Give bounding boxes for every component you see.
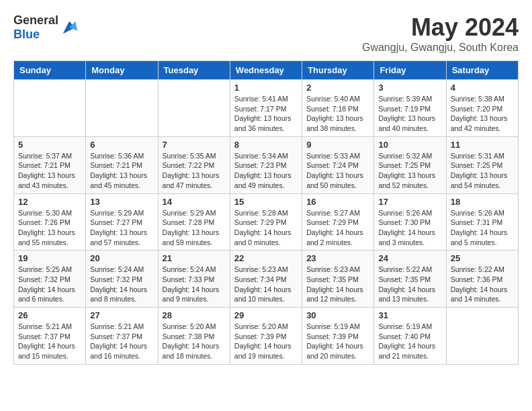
calendar-cell: 18Sunrise: 5:26 AM Sunset: 7:31 PM Dayli…	[446, 193, 518, 250]
day-number: 13	[90, 197, 153, 207]
day-number: 28	[163, 310, 226, 320]
day-info: Sunrise: 5:39 AM Sunset: 7:19 PM Dayligh…	[378, 94, 441, 134]
day-number: 26	[18, 310, 81, 320]
day-info: Sunrise: 5:41 AM Sunset: 7:17 PM Dayligh…	[234, 94, 298, 134]
header-day-monday: Monday	[86, 61, 158, 80]
day-number: 31	[378, 310, 441, 320]
calendar-cell: 13Sunrise: 5:29 AM Sunset: 7:27 PM Dayli…	[86, 193, 158, 250]
day-number: 30	[306, 310, 369, 320]
header-day-sunday: Sunday	[14, 61, 86, 80]
day-number: 10	[378, 140, 441, 150]
calendar-cell: 29Sunrise: 5:20 AM Sunset: 7:39 PM Dayli…	[230, 308, 302, 365]
header-day-tuesday: Tuesday	[158, 61, 230, 80]
calendar-cell: 12Sunrise: 5:30 AM Sunset: 7:26 PM Dayli…	[14, 193, 86, 250]
calendar-cell: 19Sunrise: 5:25 AM Sunset: 7:32 PM Dayli…	[14, 250, 86, 308]
day-number: 11	[451, 140, 514, 150]
day-info: Sunrise: 5:30 AM Sunset: 7:26 PM Dayligh…	[18, 208, 81, 248]
logo-text-blue: Blue	[13, 28, 40, 41]
calendar-cell: 3Sunrise: 5:39 AM Sunset: 7:19 PM Daylig…	[374, 80, 446, 137]
day-info: Sunrise: 5:32 AM Sunset: 7:25 PM Dayligh…	[378, 151, 441, 191]
calendar-cell: 5Sunrise: 5:37 AM Sunset: 7:21 PM Daylig…	[14, 136, 86, 193]
calendar: SundayMondayTuesdayWednesdayThursdayFrid…	[13, 60, 519, 365]
day-info: Sunrise: 5:34 AM Sunset: 7:23 PM Dayligh…	[234, 151, 298, 191]
day-number: 12	[18, 197, 81, 207]
day-info: Sunrise: 5:23 AM Sunset: 7:34 PM Dayligh…	[234, 265, 298, 304]
calendar-cell	[446, 308, 518, 365]
day-info: Sunrise: 5:38 AM Sunset: 7:20 PM Dayligh…	[451, 94, 514, 134]
day-number: 29	[234, 310, 298, 320]
day-number: 14	[163, 197, 226, 207]
day-info: Sunrise: 5:24 AM Sunset: 7:32 PM Dayligh…	[90, 265, 153, 304]
day-info: Sunrise: 5:19 AM Sunset: 7:39 PM Dayligh…	[306, 322, 369, 361]
day-number: 25	[451, 253, 514, 263]
logo-icon	[60, 18, 79, 37]
day-number: 6	[90, 140, 153, 150]
day-info: Sunrise: 5:21 AM Sunset: 7:37 PM Dayligh…	[90, 322, 153, 361]
day-number: 18	[451, 197, 514, 207]
calendar-cell: 20Sunrise: 5:24 AM Sunset: 7:32 PM Dayli…	[86, 250, 158, 308]
calendar-cell: 28Sunrise: 5:20 AM Sunset: 7:38 PM Dayli…	[158, 308, 230, 365]
day-info: Sunrise: 5:20 AM Sunset: 7:38 PM Dayligh…	[163, 322, 226, 361]
day-info: Sunrise: 5:23 AM Sunset: 7:35 PM Dayligh…	[306, 265, 369, 304]
day-info: Sunrise: 5:26 AM Sunset: 7:30 PM Dayligh…	[378, 208, 441, 248]
header-day-saturday: Saturday	[446, 61, 518, 80]
day-number: 17	[378, 197, 441, 207]
day-number: 23	[306, 253, 369, 263]
day-info: Sunrise: 5:37 AM Sunset: 7:21 PM Dayligh…	[18, 151, 81, 191]
calendar-cell: 4Sunrise: 5:38 AM Sunset: 7:20 PM Daylig…	[446, 80, 518, 137]
week-row-2: 5Sunrise: 5:37 AM Sunset: 7:21 PM Daylig…	[14, 136, 519, 193]
header-day-thursday: Thursday	[302, 61, 374, 80]
day-info: Sunrise: 5:25 AM Sunset: 7:32 PM Dayligh…	[18, 265, 81, 304]
day-info: Sunrise: 5:28 AM Sunset: 7:29 PM Dayligh…	[234, 208, 298, 248]
day-number: 4	[451, 83, 514, 93]
day-number: 19	[18, 253, 81, 263]
day-info: Sunrise: 5:29 AM Sunset: 7:28 PM Dayligh…	[163, 208, 226, 248]
calendar-cell: 23Sunrise: 5:23 AM Sunset: 7:35 PM Dayli…	[302, 250, 374, 308]
calendar-cell: 24Sunrise: 5:22 AM Sunset: 7:35 PM Dayli…	[374, 250, 446, 308]
day-number: 16	[306, 197, 369, 207]
calendar-cell: 31Sunrise: 5:19 AM Sunset: 7:40 PM Dayli…	[374, 308, 446, 365]
logo-text-general: General	[13, 13, 58, 27]
sub-title: Gwangju, Gwangju, South Korea	[362, 42, 519, 54]
calendar-cell: 9Sunrise: 5:33 AM Sunset: 7:24 PM Daylig…	[302, 136, 374, 193]
day-info: Sunrise: 5:35 AM Sunset: 7:22 PM Dayligh…	[163, 151, 226, 191]
week-row-4: 19Sunrise: 5:25 AM Sunset: 7:32 PM Dayli…	[14, 250, 519, 308]
calendar-cell: 30Sunrise: 5:19 AM Sunset: 7:39 PM Dayli…	[302, 308, 374, 365]
day-info: Sunrise: 5:27 AM Sunset: 7:29 PM Dayligh…	[306, 208, 369, 248]
day-info: Sunrise: 5:20 AM Sunset: 7:39 PM Dayligh…	[234, 322, 298, 361]
day-number: 2	[306, 83, 369, 93]
day-info: Sunrise: 5:22 AM Sunset: 7:36 PM Dayligh…	[451, 265, 514, 304]
day-number: 1	[234, 83, 298, 93]
day-number: 21	[163, 253, 226, 263]
calendar-cell: 15Sunrise: 5:28 AM Sunset: 7:29 PM Dayli…	[230, 193, 302, 250]
day-number: 7	[163, 140, 226, 150]
day-number: 27	[90, 310, 153, 320]
calendar-cell: 2Sunrise: 5:40 AM Sunset: 7:18 PM Daylig…	[302, 80, 374, 137]
week-row-5: 26Sunrise: 5:21 AM Sunset: 7:37 PM Dayli…	[14, 308, 519, 365]
day-info: Sunrise: 5:36 AM Sunset: 7:21 PM Dayligh…	[90, 151, 153, 191]
week-row-1: 1Sunrise: 5:41 AM Sunset: 7:17 PM Daylig…	[14, 80, 519, 137]
calendar-cell: 22Sunrise: 5:23 AM Sunset: 7:34 PM Dayli…	[230, 250, 302, 308]
calendar-cell: 16Sunrise: 5:27 AM Sunset: 7:29 PM Dayli…	[302, 193, 374, 250]
day-info: Sunrise: 5:21 AM Sunset: 7:37 PM Dayligh…	[18, 322, 81, 361]
day-number: 9	[306, 140, 369, 150]
calendar-cell: 1Sunrise: 5:41 AM Sunset: 7:17 PM Daylig…	[230, 80, 302, 137]
header: General Blue May 2024 Gwangju, Gwangju, …	[13, 13, 519, 54]
calendar-cell	[14, 80, 86, 137]
calendar-cell: 25Sunrise: 5:22 AM Sunset: 7:36 PM Dayli…	[446, 250, 518, 308]
day-number: 24	[378, 253, 441, 263]
calendar-cell: 27Sunrise: 5:21 AM Sunset: 7:37 PM Dayli…	[86, 308, 158, 365]
calendar-cell	[86, 80, 158, 137]
day-info: Sunrise: 5:19 AM Sunset: 7:40 PM Dayligh…	[378, 322, 441, 361]
day-info: Sunrise: 5:31 AM Sunset: 7:25 PM Dayligh…	[451, 151, 514, 191]
day-number: 3	[378, 83, 441, 93]
week-row-3: 12Sunrise: 5:30 AM Sunset: 7:26 PM Dayli…	[14, 193, 519, 250]
day-number: 5	[18, 140, 81, 150]
header-day-friday: Friday	[374, 61, 446, 80]
calendar-cell: 10Sunrise: 5:32 AM Sunset: 7:25 PM Dayli…	[374, 136, 446, 193]
day-number: 20	[90, 253, 153, 263]
logo: General Blue	[13, 13, 79, 42]
calendar-cell	[158, 80, 230, 137]
calendar-cell: 7Sunrise: 5:35 AM Sunset: 7:22 PM Daylig…	[158, 136, 230, 193]
day-info: Sunrise: 5:26 AM Sunset: 7:31 PM Dayligh…	[451, 208, 514, 248]
